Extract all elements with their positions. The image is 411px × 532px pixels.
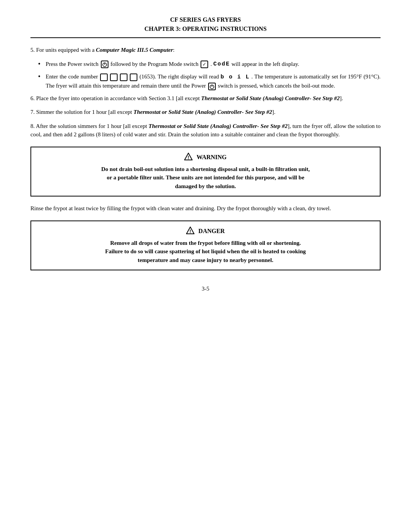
bullet1-pre: Press the Power switch <box>46 61 100 67</box>
item7-bold: Thermostat or Solid State (Analog) Contr… <box>134 109 272 115</box>
bullet2-boil: b o i L <box>220 73 250 82</box>
item6-italic: Thermostat or Solid State (Analog) Contr… <box>201 95 340 101</box>
bullet2-end: switch is pressed, which cancels the boi… <box>218 83 335 89</box>
bullet2-pre: Enter the code number <box>46 73 100 80</box>
item8-bold1: Thermostat or Solid State (Analog) Contr… <box>148 123 259 129</box>
item8-content: 8. After the solution simmers for 1 hour… <box>30 122 381 139</box>
page-number: 3-5 <box>30 286 381 292</box>
item7-pre: 7. Simmer the solution for 1 hour [all e… <box>30 109 134 115</box>
item5-bold: Computer Magic III.5 Computer <box>96 47 173 53</box>
numbered-item-7: 7. Simmer the solution for 1 hour [all e… <box>30 108 381 117</box>
numbered-item-8: 8. After the solution simmers for 1 hour… <box>30 122 381 139</box>
numbered-item-5: 5. For units equipped with a Computer Ma… <box>30 46 381 54</box>
bullet-content-2: Enter the code number (1653). The right … <box>46 72 381 90</box>
danger-line2: Failure to do so will cause spattering o… <box>105 248 306 254</box>
page-header: CF SERIES GAS FRYERS CHAPTER 3: OPERATIN… <box>30 15 381 34</box>
svg-text:!: ! <box>188 155 189 160</box>
bullet1-code: CodE <box>213 60 230 69</box>
bullet-item-2: • Enter the code number (1653). The righ… <box>38 72 381 90</box>
item7-content: 7. Simmer the solution for 1 hour [all e… <box>30 108 381 117</box>
item8-bold2: See Step #2 <box>261 123 288 129</box>
bullet1-mid1: followed by the Program Mode switch <box>110 61 200 67</box>
warning-box: ! WARNING Do not drain boil-out solution… <box>30 147 381 197</box>
rinse-paragraph: Rinse the frypot at least twice by filli… <box>30 204 381 213</box>
rinse-text: Rinse the frypot at least twice by filli… <box>30 205 331 211</box>
numbered-item-6: 6. Place the fryer into operation in acc… <box>30 94 381 103</box>
power-icon-2 <box>208 83 216 90</box>
bullet2-num: (1653). The right display will read <box>140 73 221 80</box>
bullet-dot-1: • <box>38 60 46 69</box>
item7-end: ]. <box>272 109 276 115</box>
digit-box-4 <box>130 73 137 81</box>
digit-box-1 <box>100 73 108 81</box>
page-number-text: 3-5 <box>202 286 209 292</box>
item6-text: 6. Place the fryer into operation in acc… <box>30 95 201 101</box>
item6-content: 6. Place the fryer into operation in acc… <box>30 94 381 103</box>
danger-line1: Remove all drops of water from the frypo… <box>110 240 301 246</box>
warning-label: WARNING <box>196 154 226 161</box>
item8-pre: 8. After the solution simmers for 1 hour… <box>30 123 148 129</box>
power-icon-1 <box>101 61 108 68</box>
warning-text: Do not drain boil-out solution into a sh… <box>39 165 372 191</box>
header-line1: CF SERIES GAS FRYERS <box>170 16 241 23</box>
bullet-content-1: Press the Power switch followed by the P… <box>46 60 381 69</box>
danger-label: DANGER <box>198 228 225 235</box>
header-title-line1: CF SERIES GAS FRYERS CHAPTER 3: OPERATIN… <box>30 15 381 34</box>
svg-text:!: ! <box>190 229 191 234</box>
warning-header: ! WARNING <box>39 153 372 162</box>
header-divider <box>30 37 381 38</box>
warning-line2: or a portable filter unit. These units a… <box>107 174 304 181</box>
danger-box: ! DANGER Remove all drops of water from … <box>30 220 381 271</box>
header-line2: CHAPTER 3: OPERATING INSTRUCTIONS <box>144 26 266 32</box>
bullet-item-1: • Press the Power switch followed by the… <box>38 60 381 69</box>
bullet1-post: will appear in the left display. <box>231 61 299 67</box>
checkmark-icon: ✓ <box>201 61 208 68</box>
danger-triangle-icon: ! <box>186 227 194 236</box>
bullet-list: • Press the Power switch followed by the… <box>38 60 381 90</box>
item5-content: 5. For units equipped with a Computer Ma… <box>30 46 381 54</box>
warning-line1: Do not drain boil-out solution into a sh… <box>101 166 310 172</box>
digit-box-2 <box>110 73 118 81</box>
warning-triangle-icon: ! <box>184 153 193 162</box>
danger-text: Remove all drops of water from the frypo… <box>39 239 372 265</box>
warning-line3: damaged by the solution. <box>175 183 236 189</box>
item5-suffix: : <box>173 47 175 53</box>
bullet-dot-2: • <box>38 72 46 81</box>
digit-box-3 <box>120 73 127 81</box>
item6-end: ]. <box>340 95 343 101</box>
danger-line3: temperature and may cause injury to near… <box>138 257 273 263</box>
bullet1-mid2: . <box>210 61 213 67</box>
danger-header: ! DANGER <box>39 227 372 236</box>
item5-prefix: 5. For units equipped with a <box>30 47 96 53</box>
